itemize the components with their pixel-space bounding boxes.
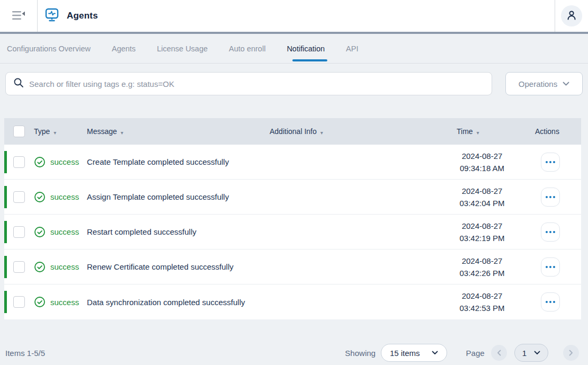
sort-icon[interactable]: ▾ (477, 130, 479, 136)
check-circle-icon (34, 226, 46, 238)
tab-label: Agents (112, 44, 136, 53)
sidebar-toggle-button[interactable] (8, 5, 29, 26)
table-row: success Assign Template completed succes… (4, 180, 581, 215)
ellipsis-icon (546, 161, 548, 163)
table-row: success Data synchronization completed s… (4, 284, 581, 319)
row-checkbox[interactable] (13, 296, 25, 308)
tab-agents[interactable]: Agents (112, 34, 136, 63)
search-row: Operations (5, 72, 583, 95)
sort-icon[interactable]: ▾ (54, 130, 56, 136)
row-type-label: success (50, 192, 79, 201)
user-menu-button[interactable] (561, 5, 582, 26)
row-status-accent (4, 291, 7, 313)
row-status-accent (4, 186, 7, 208)
sort-icon[interactable]: ▾ (320, 130, 323, 136)
check-circle-icon (34, 296, 46, 308)
table-row: success Renew Certificate completed succ… (4, 250, 581, 284)
table-row: success Restart completed successfully 2… (4, 215, 581, 250)
items-count-label: Items 1-5/5 (5, 349, 45, 358)
operations-button[interactable]: Operations (505, 72, 583, 95)
tab-label: Notification (287, 44, 325, 53)
ellipsis-icon (546, 266, 548, 268)
row-time: 2024-08-27 03:42:04 PM (457, 185, 507, 209)
table-header-row: Type ▾ Message ▾ Additional Info ▾ Time … (4, 118, 581, 145)
items-per-page-select[interactable]: 15 items (381, 344, 447, 362)
tab-bar: Configurations Overview Agents License U… (0, 34, 588, 64)
user-icon (566, 10, 577, 23)
showing-label: Showing (345, 349, 376, 358)
tab-api[interactable]: API (346, 34, 358, 63)
column-header-type[interactable]: Type ▾ (34, 118, 87, 145)
row-message: Data synchronization completed successfu… (87, 298, 245, 307)
row-checkbox[interactable] (13, 261, 25, 273)
tab-label: Configurations Overview (7, 44, 91, 53)
tab-label: Auto enroll (229, 44, 265, 53)
tab-notification[interactable]: Notification (287, 34, 325, 63)
page-number-value: 1 (522, 349, 527, 358)
column-header-additional-info[interactable]: Additional Info ▾ (270, 118, 452, 145)
ellipsis-icon (546, 301, 548, 303)
check-circle-icon (34, 156, 46, 168)
operations-button-label: Operations (519, 79, 557, 88)
tab-auto-enroll[interactable]: Auto enroll (229, 34, 265, 63)
search-icon (13, 77, 24, 90)
row-checkbox[interactable] (13, 191, 25, 203)
select-all-checkbox[interactable] (13, 126, 25, 137)
chevron-left-icon (497, 350, 501, 356)
app-header: Agents (0, 0, 588, 32)
column-header-time[interactable]: Time ▾ (452, 118, 532, 145)
ellipsis-icon (546, 231, 548, 233)
check-circle-icon (34, 261, 46, 273)
tab-label: API (346, 44, 358, 53)
row-message: Assign Template completed successfully (87, 192, 229, 201)
row-message: Create Template completed successfully (87, 157, 229, 166)
tab-license-usage[interactable]: License Usage (157, 34, 208, 63)
page-label: Page (466, 349, 485, 358)
search-input[interactable] (29, 79, 484, 88)
row-status-accent (4, 151, 7, 173)
table-body: success Create Template completed succes… (4, 145, 581, 319)
column-header-actions: Actions (532, 118, 581, 145)
sort-icon[interactable]: ▾ (121, 130, 123, 136)
ellipsis-icon (546, 196, 548, 198)
row-status-accent (4, 221, 7, 243)
next-page-button[interactable] (563, 345, 579, 361)
items-per-page-value: 15 items (390, 349, 420, 358)
chevron-right-icon (569, 350, 573, 356)
tab-label: License Usage (157, 44, 208, 53)
page-title: Agents (67, 11, 98, 21)
pagination-bar: Items 1-5/5 Showing 15 items Page 1 (5, 344, 579, 362)
row-message: Restart completed successfully (87, 227, 197, 236)
chevron-down-icon (563, 82, 569, 86)
row-actions-button[interactable] (541, 257, 560, 277)
column-header-message[interactable]: Message ▾ (87, 118, 270, 145)
page-number-select[interactable]: 1 (514, 344, 548, 362)
row-actions-button[interactable] (541, 188, 560, 207)
row-checkbox[interactable] (13, 156, 25, 168)
menu-fold-icon (12, 10, 25, 22)
row-time: 2024-08-27 03:42:53 PM (457, 290, 507, 314)
row-message: Renew Certificate completed successfully (87, 262, 234, 271)
row-actions-button[interactable] (541, 292, 560, 311)
previous-page-button[interactable] (491, 345, 507, 361)
row-type-label: success (50, 227, 79, 236)
monitor-pulse-icon (44, 7, 60, 25)
row-status-accent (4, 256, 7, 278)
search-box[interactable] (5, 72, 492, 95)
chevron-down-icon (534, 351, 540, 355)
row-type-label: success (50, 157, 79, 166)
row-checkbox[interactable] (13, 226, 25, 238)
check-circle-icon (34, 191, 46, 203)
row-time: 2024-08-27 09:34:18 AM (457, 150, 507, 174)
row-actions-button[interactable] (541, 222, 560, 242)
chevron-down-icon (432, 351, 438, 355)
notifications-table: Type ▾ Message ▾ Additional Info ▾ Time … (4, 118, 581, 319)
row-actions-button[interactable] (541, 153, 560, 172)
row-time: 2024-08-27 03:42:26 PM (457, 255, 507, 279)
row-time: 2024-08-27 03:42:19 PM (457, 220, 507, 244)
row-type-label: success (50, 262, 79, 271)
row-type-label: success (50, 298, 79, 307)
tab-configurations-overview[interactable]: Configurations Overview (7, 34, 91, 63)
table-row: success Create Template completed succes… (4, 145, 581, 180)
